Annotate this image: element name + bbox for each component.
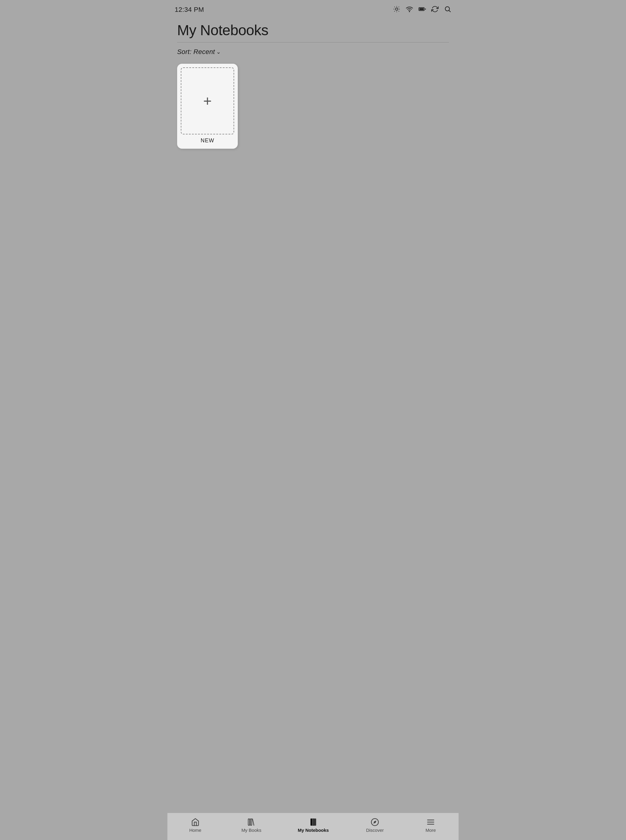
svg-point-9 bbox=[409, 11, 410, 12]
svg-rect-18 bbox=[313, 818, 316, 826]
my-notebooks-icon bbox=[309, 818, 318, 826]
sync-icon bbox=[431, 5, 438, 14]
page-header: My Notebooks bbox=[167, 17, 459, 42]
chevron-down-icon: ⌄ bbox=[216, 49, 221, 55]
nav-label-home: Home bbox=[189, 827, 201, 833]
svg-rect-16 bbox=[250, 819, 252, 826]
svg-rect-15 bbox=[248, 819, 250, 826]
new-notebook-label: NEW bbox=[181, 138, 234, 145]
search-icon[interactable] bbox=[444, 5, 451, 14]
nav-label-more: More bbox=[426, 827, 436, 833]
svg-line-4 bbox=[399, 11, 399, 11]
bottom-nav: Home My Books My Notebooks Discover bbox=[167, 813, 459, 840]
plus-icon: + bbox=[203, 94, 212, 108]
nav-label-my-notebooks: My Notebooks bbox=[298, 827, 329, 833]
my-books-icon bbox=[247, 818, 256, 826]
new-notebook-card[interactable]: + NEW bbox=[177, 64, 238, 149]
nav-item-discover[interactable]: Discover bbox=[363, 816, 387, 834]
sort-label: Sort: Recent bbox=[177, 48, 215, 56]
brightness-icon bbox=[393, 5, 401, 14]
more-icon bbox=[426, 818, 435, 826]
nav-item-my-notebooks[interactable]: My Notebooks bbox=[296, 816, 332, 834]
new-notebook-inner: + bbox=[181, 67, 234, 135]
svg-line-14 bbox=[449, 11, 451, 12]
svg-point-0 bbox=[396, 8, 398, 10]
nav-item-more[interactable]: More bbox=[419, 816, 443, 834]
wifi-icon bbox=[406, 5, 413, 14]
nav-item-home[interactable]: Home bbox=[183, 816, 207, 834]
main-content: + NEW bbox=[167, 61, 459, 813]
svg-point-13 bbox=[445, 7, 449, 11]
page-title: My Notebooks bbox=[177, 22, 449, 39]
home-icon bbox=[191, 818, 200, 826]
sort-bar: Sort: Recent ⌄ bbox=[167, 42, 459, 61]
battery-icon bbox=[419, 5, 426, 14]
sort-button[interactable]: Sort: Recent ⌄ bbox=[177, 48, 221, 56]
nav-label-my-books: My Books bbox=[241, 827, 261, 833]
status-time: 12:34 PM bbox=[175, 6, 204, 14]
nav-label-discover: Discover bbox=[366, 827, 383, 833]
discover-icon bbox=[371, 818, 379, 826]
nav-item-my-books[interactable]: My Books bbox=[239, 816, 264, 834]
svg-rect-12 bbox=[419, 8, 424, 10]
status-icons bbox=[393, 5, 451, 14]
status-bar: 12:34 PM bbox=[167, 0, 459, 17]
svg-marker-21 bbox=[373, 821, 376, 824]
notebooks-grid: + NEW bbox=[177, 64, 449, 149]
